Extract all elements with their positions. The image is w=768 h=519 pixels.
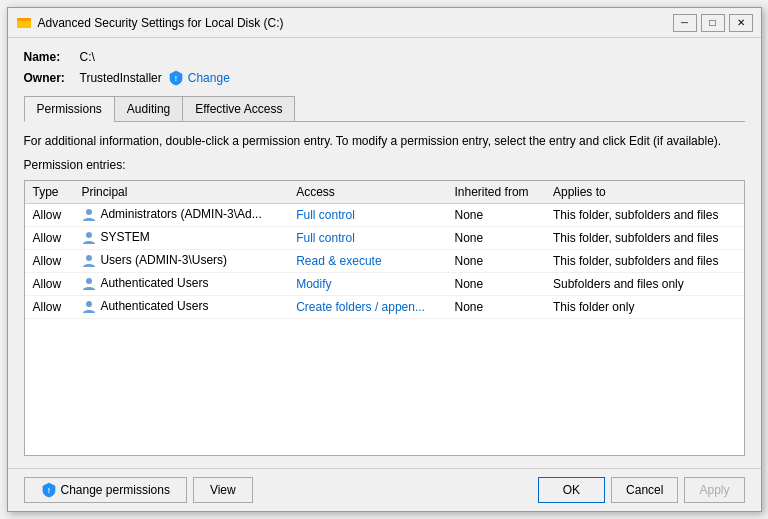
col-principal: Principal: [73, 181, 288, 204]
owner-value: TrustedInstaller: [80, 71, 162, 85]
cell-type: Allow: [25, 250, 74, 273]
tab-effective-access[interactable]: Effective Access: [182, 96, 295, 122]
cell-principal: SYSTEM: [73, 227, 288, 250]
cell-access: Full control: [288, 204, 446, 227]
cell-access: Full control: [288, 227, 446, 250]
ok-button[interactable]: OK: [538, 477, 605, 503]
svg-rect-1: [17, 18, 31, 21]
cell-inherited: None: [447, 250, 546, 273]
cell-inherited: None: [447, 204, 546, 227]
bottom-bar: ! Change permissions View OK Cancel Appl…: [8, 468, 761, 511]
cell-inherited: None: [447, 296, 546, 319]
col-type: Type: [25, 181, 74, 204]
cell-access: Create folders / appen...: [288, 296, 446, 319]
svg-text:!: !: [47, 487, 49, 494]
tab-auditing[interactable]: Auditing: [114, 96, 183, 122]
window-content: Name: C:\ Owner: TrustedInstaller ! Chan…: [8, 38, 761, 468]
window-title: Advanced Security Settings for Local Dis…: [38, 16, 284, 30]
cell-type: Allow: [25, 227, 74, 250]
cell-access: Modify: [288, 273, 446, 296]
change-owner-link[interactable]: ! Change: [168, 70, 230, 86]
cancel-button[interactable]: Cancel: [611, 477, 678, 503]
owner-label: Owner:: [24, 71, 74, 85]
shield-icon: !: [168, 70, 184, 86]
cell-type: Allow: [25, 204, 74, 227]
permissions-table-container[interactable]: Type Principal Access Inherited from App…: [24, 180, 745, 456]
main-window: Advanced Security Settings for Local Dis…: [7, 7, 762, 512]
view-label: View: [210, 483, 236, 497]
cell-applies: This folder, subfolders and files: [545, 250, 743, 273]
svg-point-7: [86, 301, 92, 307]
svg-point-3: [86, 209, 92, 215]
table-row[interactable]: Allow Authenticated Users Create folders…: [25, 296, 744, 319]
cell-inherited: None: [447, 273, 546, 296]
svg-point-4: [86, 232, 92, 238]
cell-applies: This folder, subfolders and files: [545, 204, 743, 227]
name-row: Name: C:\: [24, 50, 745, 64]
title-bar: Advanced Security Settings for Local Dis…: [8, 8, 761, 38]
change-permissions-button[interactable]: ! Change permissions: [24, 477, 187, 503]
cell-principal: Authenticated Users: [73, 273, 288, 296]
table-body: Allow Administrators (ADMIN-3\Ad... Full…: [25, 204, 744, 319]
window-controls: ─ □ ✕: [673, 14, 753, 32]
permissions-table: Type Principal Access Inherited from App…: [25, 181, 744, 319]
window-icon: [16, 15, 32, 31]
minimize-button[interactable]: ─: [673, 14, 697, 32]
table-row[interactable]: Allow Users (ADMIN-3\Users) Read & execu…: [25, 250, 744, 273]
cell-applies: Subfolders and files only: [545, 273, 743, 296]
apply-label: Apply: [699, 483, 729, 497]
col-access: Access: [288, 181, 446, 204]
table-header-row: Type Principal Access Inherited from App…: [25, 181, 744, 204]
table-row[interactable]: Allow Authenticated Users Modify None Su…: [25, 273, 744, 296]
cell-principal: Users (ADMIN-3\Users): [73, 250, 288, 273]
col-inherited: Inherited from: [447, 181, 546, 204]
svg-point-5: [86, 255, 92, 261]
cell-access: Read & execute: [288, 250, 446, 273]
cell-type: Allow: [25, 296, 74, 319]
cell-applies: This folder, subfolders and files: [545, 227, 743, 250]
change-owner-text: Change: [188, 71, 230, 85]
svg-text:!: !: [175, 75, 177, 82]
cell-principal: Administrators (ADMIN-3\Ad...: [73, 204, 288, 227]
table-row[interactable]: Allow Administrators (ADMIN-3\Ad... Full…: [25, 204, 744, 227]
svg-point-6: [86, 278, 92, 284]
cell-inherited: None: [447, 227, 546, 250]
tab-permissions[interactable]: Permissions: [24, 96, 115, 122]
close-button[interactable]: ✕: [729, 14, 753, 32]
cell-type: Allow: [25, 273, 74, 296]
ok-label: OK: [563, 483, 580, 497]
view-button[interactable]: View: [193, 477, 253, 503]
maximize-button[interactable]: □: [701, 14, 725, 32]
section-label: Permission entries:: [24, 158, 745, 172]
cell-applies: This folder only: [545, 296, 743, 319]
name-label: Name:: [24, 50, 74, 64]
table-row[interactable]: Allow SYSTEM Full control None This fold…: [25, 227, 744, 250]
owner-row: Owner: TrustedInstaller ! Change: [24, 70, 745, 86]
change-permissions-label: Change permissions: [61, 483, 170, 497]
col-applies: Applies to: [545, 181, 743, 204]
cell-principal: Authenticated Users: [73, 296, 288, 319]
apply-button[interactable]: Apply: [684, 477, 744, 503]
description-text: For additional information, double-click…: [24, 134, 745, 148]
cancel-label: Cancel: [626, 483, 663, 497]
bottom-right-buttons: OK Cancel Apply: [538, 477, 745, 503]
shield-change-icon: !: [41, 482, 57, 498]
name-value: C:\: [80, 50, 95, 64]
bottom-left-buttons: ! Change permissions View: [24, 477, 253, 503]
tabs-container: Permissions Auditing Effective Access: [24, 96, 745, 122]
